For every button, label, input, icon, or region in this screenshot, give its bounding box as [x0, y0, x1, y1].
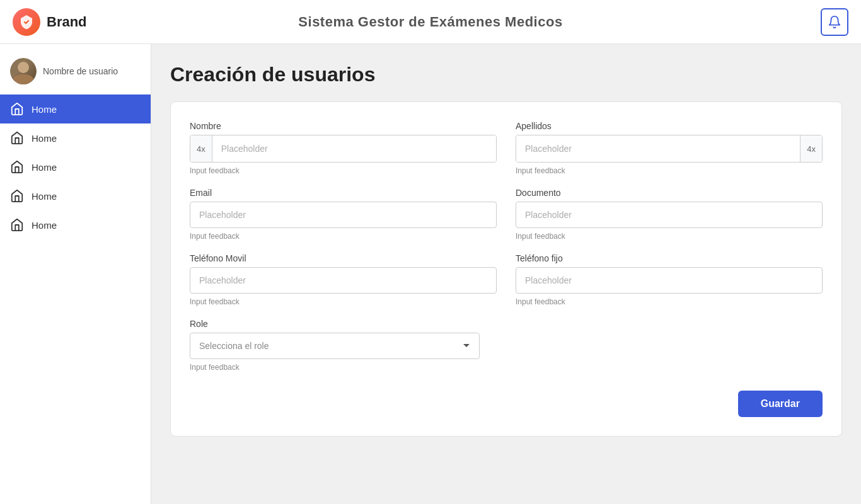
form-group-telefono-movil: Teléfono Movil Input feedback — [190, 253, 497, 306]
telefono-fijo-feedback: Input feedback — [516, 297, 823, 306]
form-row-1: Nombre 4x Input feedback Apellidos 4x In… — [190, 121, 823, 175]
user-area: Nombre de usuario — [0, 50, 151, 94]
documento-feedback: Input feedback — [516, 232, 823, 241]
header-title: Sistema Gestor de Exámenes Medicos — [298, 14, 562, 30]
brand-name: Brand — [47, 14, 87, 30]
brand-area: Brand — [13, 8, 164, 36]
telefono-movil-feedback: Input feedback — [190, 297, 497, 306]
documento-label: Documento — [516, 188, 823, 198]
avatar — [10, 58, 37, 84]
apellidos-label: Apellidos — [516, 121, 823, 131]
role-label: Role — [190, 319, 480, 329]
form-row-4: Role Selecciona el role Input feedback — [190, 319, 823, 372]
home-icon-3 — [10, 189, 24, 203]
sidebar: Nombre de usuario Home Home Home — [0, 44, 151, 504]
sidebar-item-home-1[interactable]: Home — [0, 123, 151, 152]
form-group-email: Email Input feedback — [190, 188, 497, 241]
apellidos-input[interactable] — [516, 135, 800, 162]
role-feedback: Input feedback — [190, 363, 480, 372]
header: Brand Sistema Gestor de Exámenes Medicos — [0, 0, 861, 44]
nombre-feedback: Input feedback — [190, 166, 497, 175]
nombre-input[interactable] — [212, 135, 496, 162]
role-select[interactable]: Selecciona el role — [190, 333, 480, 359]
home-icon-1 — [10, 131, 24, 145]
nombre-badge: 4x — [190, 135, 212, 162]
email-feedback: Input feedback — [190, 232, 497, 241]
telefono-fijo-label: Teléfono fijo — [516, 253, 823, 263]
telefono-fijo-input[interactable] — [516, 267, 823, 294]
sidebar-item-home-2[interactable]: Home — [0, 152, 151, 181]
notification-button[interactable] — [821, 8, 848, 36]
nombre-input-wrapper: 4x — [190, 135, 497, 163]
form-group-apellidos: Apellidos 4x Input feedback — [516, 121, 823, 175]
form-actions: Guardar — [190, 391, 823, 417]
apellidos-input-wrapper: 4x — [516, 135, 823, 163]
form-group-nombre: Nombre 4x Input feedback — [190, 121, 497, 175]
form-group-telefono-fijo: Teléfono fijo Input feedback — [516, 253, 823, 306]
layout: Nombre de usuario Home Home Home — [0, 44, 861, 504]
form-card: Nombre 4x Input feedback Apellidos 4x In… — [170, 101, 842, 437]
sidebar-label-4: Home — [32, 220, 57, 231]
brand-logo — [13, 8, 40, 36]
form-row-3: Teléfono Movil Input feedback Teléfono f… — [190, 253, 823, 306]
sidebar-label-0: Home — [32, 104, 57, 115]
sidebar-item-home-0[interactable]: Home — [0, 94, 151, 123]
sidebar-label-3: Home — [32, 191, 57, 202]
home-icon-0 — [10, 102, 24, 116]
main-content: Creación de usuarios Nombre 4x Input fee… — [151, 44, 861, 504]
form-row-2: Email Input feedback Documento Input fee… — [190, 188, 823, 241]
nombre-label: Nombre — [190, 121, 497, 131]
username-label: Nombre de usuario — [43, 66, 118, 76]
apellidos-badge: 4x — [800, 135, 822, 162]
page-title: Creación de usuarios — [170, 63, 842, 86]
apellidos-feedback: Input feedback — [516, 166, 823, 175]
form-group-role: Role Selecciona el role Input feedback — [190, 319, 480, 372]
sidebar-item-home-3[interactable]: Home — [0, 181, 151, 210]
home-icon-4 — [10, 218, 24, 232]
email-input[interactable] — [190, 202, 497, 228]
sidebar-item-home-4[interactable]: Home — [0, 210, 151, 239]
form-group-documento: Documento Input feedback — [516, 188, 823, 241]
sidebar-label-1: Home — [32, 133, 57, 144]
telefono-movil-label: Teléfono Movil — [190, 253, 497, 263]
email-label: Email — [190, 188, 497, 198]
save-button[interactable]: Guardar — [738, 391, 823, 417]
home-icon-2 — [10, 160, 24, 174]
documento-input[interactable] — [516, 202, 823, 228]
sidebar-label-2: Home — [32, 162, 57, 173]
telefono-movil-input[interactable] — [190, 267, 497, 294]
